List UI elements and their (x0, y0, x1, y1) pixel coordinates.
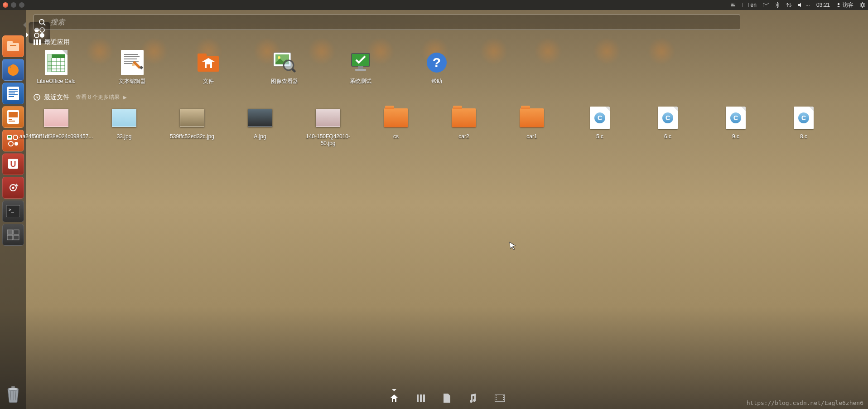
c-file-icon: C (658, 107, 678, 129)
system-indicator[interactable] (860, 2, 865, 8)
svg-rect-60 (36, 39, 38, 45)
svg-rect-99 (496, 395, 497, 396)
app-item[interactable]: 图像查看器 (262, 52, 307, 85)
app-item[interactable]: 文本编辑器 (110, 52, 155, 85)
svg-rect-28 (9, 93, 15, 93)
svg-rect-34 (9, 121, 15, 122)
file-item[interactable]: C8.c (781, 107, 826, 147)
file-label: 539ffc52ed32c.jpg (170, 133, 214, 141)
launcher-writer[interactable] (2, 83, 24, 104)
launcher-workspace[interactable] (2, 224, 24, 246)
clock[interactable]: 03:21 (816, 2, 830, 8)
svg-rect-90 (355, 69, 366, 71)
app-item[interactable]: 文件 (186, 52, 231, 85)
launcher-impress[interactable] (2, 106, 24, 128)
svg-line-15 (861, 6, 861, 7)
more-results-hint[interactable]: 查看 8 个更多结果 (76, 93, 120, 101)
svg-rect-59 (34, 39, 35, 45)
close-button[interactable] (3, 2, 8, 8)
user-label: 访客 (843, 1, 854, 9)
file-label: car2 (458, 133, 469, 141)
system-test-icon (348, 52, 373, 73)
file-label: 5.c (596, 133, 603, 141)
launcher: U >_ (0, 10, 26, 409)
network-indicator[interactable] (786, 2, 792, 8)
app-item[interactable]: ?帮助 (414, 52, 459, 85)
svg-rect-3 (733, 4, 734, 5)
file-item[interactable]: car2 (441, 107, 487, 147)
file-item[interactable]: aa24f50ff1df38e024c098457... (34, 107, 79, 147)
svg-rect-77 (124, 61, 139, 62)
launcher-settings[interactable] (2, 177, 24, 199)
svg-rect-51 (14, 235, 19, 240)
recent-files-title: 最近文件 (44, 93, 69, 102)
launcher-files[interactable] (2, 35, 24, 57)
lens-video[interactable] (495, 394, 505, 404)
svg-point-39 (9, 141, 13, 146)
files-icon (196, 52, 221, 73)
launcher-trash[interactable] (2, 383, 24, 404)
svg-rect-36 (8, 136, 11, 137)
file-item[interactable]: A.jpg (237, 107, 283, 147)
search-input[interactable] (50, 18, 735, 26)
apps-icon (34, 39, 41, 45)
file-item[interactable]: C9.c (713, 107, 758, 147)
launcher-terminal[interactable]: >_ (2, 200, 24, 222)
svg-point-52 (8, 388, 19, 390)
launcher-firefox[interactable] (2, 59, 24, 81)
svg-line-16 (864, 3, 864, 4)
lens-files[interactable] (443, 394, 450, 404)
folder-icon (520, 108, 544, 127)
file-item[interactable]: C5.c (577, 107, 622, 147)
svg-line-14 (864, 6, 864, 7)
svg-rect-32 (9, 112, 18, 117)
file-item[interactable]: 33.jpg (101, 107, 147, 147)
svg-rect-5 (743, 3, 749, 7)
file-item[interactable]: 140-150FQ42010-50.jpg (305, 107, 351, 147)
lens-applications[interactable] (417, 394, 425, 404)
file-item[interactable]: 539ffc52ed32c.jpg (169, 107, 215, 147)
svg-rect-29 (9, 94, 18, 95)
image-thumbnail (180, 109, 204, 127)
watermark: https://blog.csdn.net/Eagle6zhen6 (747, 399, 863, 406)
bluetooth-indicator[interactable] (776, 2, 779, 8)
sound-indicator[interactable]: ··· (798, 2, 810, 8)
svg-rect-104 (503, 399, 504, 400)
app-label: 系统测试 (350, 78, 371, 85)
svg-text:?: ? (433, 55, 441, 70)
app-item[interactable]: LibreOffice Calc (34, 52, 79, 85)
lens-home[interactable] (390, 394, 399, 404)
svg-rect-61 (39, 39, 41, 45)
folder-icon (452, 108, 476, 127)
svg-rect-33 (9, 119, 12, 120)
svg-rect-101 (496, 399, 497, 400)
search-bar[interactable] (34, 15, 740, 30)
app-item[interactable]: 系统测试 (338, 52, 383, 85)
file-item[interactable]: car1 (509, 107, 555, 147)
file-item[interactable]: cs (373, 107, 419, 147)
svg-rect-74 (124, 54, 138, 55)
calc-icon (44, 52, 68, 73)
file-item[interactable]: C6.c (645, 107, 690, 147)
image-thumbnail (248, 109, 272, 127)
recent-apps-title: 最近应用 (44, 38, 70, 46)
user-indicator[interactable]: 访客 (836, 1, 854, 9)
app-label: LibreOffice Calc (37, 78, 75, 85)
svg-rect-1 (731, 4, 732, 5)
launcher-ubuntu-software[interactable]: U (2, 153, 24, 175)
keyboard-layout-indicator[interactable]: en (743, 2, 757, 8)
keyboard-indicator[interactable] (730, 3, 736, 7)
app-label: 图像查看器 (271, 78, 298, 85)
svg-rect-81 (198, 54, 207, 58)
svg-rect-95 (417, 394, 419, 402)
svg-rect-2 (732, 4, 733, 5)
file-label: cs (393, 133, 399, 141)
minimize-button[interactable] (11, 2, 16, 8)
c-file-icon: C (726, 107, 746, 129)
svg-rect-100 (496, 397, 497, 398)
mail-indicator[interactable] (763, 3, 769, 7)
lens-music[interactable] (468, 394, 477, 404)
chevron-right-icon: ▶ (123, 95, 127, 100)
maximize-button[interactable] (19, 2, 24, 8)
dash-pointer (23, 22, 26, 28)
